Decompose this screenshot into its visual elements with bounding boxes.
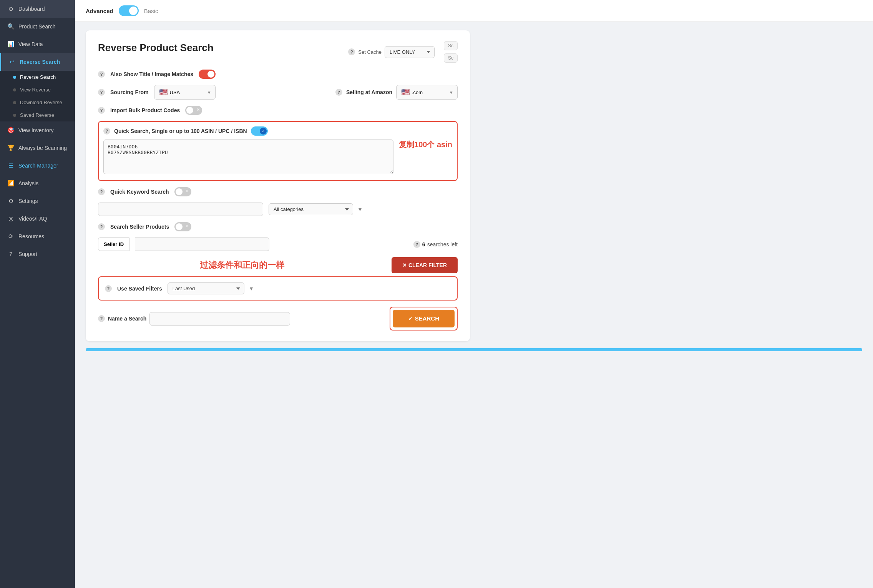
sourcing-help-icon[interactable]: ? bbox=[98, 89, 105, 96]
import-bulk-help-icon[interactable]: ? bbox=[98, 107, 105, 114]
searches-count: 6 bbox=[422, 241, 425, 247]
quick-search-toggle[interactable] bbox=[251, 126, 268, 136]
sidebar-subitem-reverse-search[interactable]: Reverse Search bbox=[0, 71, 75, 83]
sidebar-item-videos-faq[interactable]: ◎ Videos/FAQ bbox=[0, 210, 75, 228]
sidebar-item-settings[interactable]: ⚙ Settings bbox=[0, 192, 75, 210]
sourcing-flag: 🇺🇸 bbox=[159, 88, 168, 96]
sidebar-item-product-search[interactable]: 🔍 Product Search bbox=[0, 18, 75, 35]
quick-keyword-row: ? Quick Keyword Search ✕ bbox=[98, 187, 458, 196]
also-show-help-icon[interactable]: ? bbox=[98, 71, 105, 78]
sidebar-item-support[interactable]: ? Support bbox=[0, 245, 75, 262]
sourcing-row: ? Sourcing From 🇺🇸 USA ▾ ? Selling at Am… bbox=[98, 85, 458, 100]
also-show-toggle[interactable]: ✕ bbox=[199, 70, 216, 79]
selling-help-icon[interactable]: ? bbox=[335, 89, 342, 96]
trophy-icon: 🏆 bbox=[7, 145, 15, 151]
sidebar: ⊙ Dashboard 🔍 Product Search 📊 View Data… bbox=[0, 0, 75, 588]
search-button-box: ✓ SEARCH bbox=[390, 307, 458, 331]
searches-help-icon[interactable]: ? bbox=[413, 241, 420, 248]
sidebar-item-label: Settings bbox=[18, 198, 38, 204]
sidebar-item-label: Resources bbox=[18, 233, 44, 239]
subitem-label: Download Reverse bbox=[20, 100, 62, 105]
advanced-basic-toggle[interactable] bbox=[119, 5, 139, 16]
searches-left-section: ? 6 searches left bbox=[413, 241, 458, 248]
sidebar-item-label: Support bbox=[18, 251, 37, 257]
sourcing-chevron-icon: ▾ bbox=[208, 90, 211, 95]
asin-area: B004IN7DO6 B07SZW8SNBB00RBYZIPU 复制100个 a… bbox=[103, 140, 452, 176]
searches-left-label: searches left bbox=[427, 241, 458, 247]
quick-search-label: Quick Search, Single or up to 100 ASIN /… bbox=[114, 128, 247, 134]
resources-icon: ⟳ bbox=[7, 233, 15, 240]
sidebar-item-view-inventory[interactable]: 🎯 View Inventory bbox=[0, 121, 75, 139]
sidebar-item-label: Analysis bbox=[18, 180, 38, 186]
hint-sc-1: Sc bbox=[444, 41, 458, 50]
header-row: Reverse Product Search ? Set Cache LIVE … bbox=[98, 41, 458, 63]
asin-box: ? Quick Search, Single or up to 100 ASIN… bbox=[98, 121, 458, 181]
main-card: Reverse Product Search ? Set Cache LIVE … bbox=[86, 30, 470, 341]
question-icon: ? bbox=[7, 251, 15, 257]
filters-box: ? Use Saved Filters Last Used Default Cu… bbox=[98, 276, 458, 301]
quick-keyword-help-icon[interactable]: ? bbox=[98, 188, 105, 195]
sidebar-subitem-saved-reverse[interactable]: Saved Reverse bbox=[0, 109, 75, 121]
subitem-label: View Reverse bbox=[20, 87, 51, 93]
annotation-asin: 复制100个 asin bbox=[399, 140, 452, 150]
asin-textarea[interactable]: B004IN7DO6 B07SZW8SNBB00RBYZIPU bbox=[103, 140, 393, 174]
quick-keyword-label: Quick Keyword Search bbox=[110, 189, 169, 195]
sidebar-item-label: Always be Scanning bbox=[18, 145, 67, 151]
sourcing-from-label: Sourcing From bbox=[110, 89, 149, 95]
sidebar-item-reverse-search[interactable]: ↩ Reverse Search bbox=[0, 53, 75, 71]
name-search-help-icon[interactable]: ? bbox=[98, 315, 105, 322]
circle-icon: ◎ bbox=[7, 215, 15, 222]
top-bar: Advanced Basic bbox=[75, 0, 873, 22]
saved-filters-select[interactable]: Last Used Default Custom bbox=[168, 282, 244, 294]
seller-id-button[interactable]: Seller ID bbox=[98, 238, 129, 251]
keyword-input[interactable] bbox=[98, 203, 263, 216]
sidebar-item-view-data[interactable]: 📊 View Data bbox=[0, 35, 75, 53]
sidebar-item-analysis[interactable]: 📶 Analysis bbox=[0, 174, 75, 192]
sidebar-subitem-view-reverse[interactable]: View Reverse bbox=[0, 83, 75, 96]
sidebar-item-dashboard[interactable]: ⊙ Dashboard bbox=[0, 0, 75, 18]
quick-keyword-toggle[interactable]: ✕ bbox=[174, 187, 191, 196]
set-cache-help-icon[interactable]: ? bbox=[348, 48, 355, 55]
target-icon: 🎯 bbox=[7, 127, 15, 134]
sidebar-item-label: Reverse Search bbox=[20, 59, 60, 65]
sidebar-subitem-download-reverse[interactable]: Download Reverse bbox=[0, 96, 75, 109]
dot-icon bbox=[13, 101, 16, 104]
name-search-section: ? Name a Search bbox=[98, 312, 290, 326]
search-seller-help-icon[interactable]: ? bbox=[98, 223, 105, 230]
sidebar-item-search-manager[interactable]: ☰ Search Manager bbox=[0, 157, 75, 174]
selling-dropdown[interactable]: 🇺🇸 .com ▾ bbox=[396, 85, 458, 100]
import-bulk-label: Import Bulk Product Codes bbox=[110, 107, 180, 113]
hint-sc-2: Sc bbox=[444, 53, 458, 63]
also-show-row: ? Also Show Title / Image Matches ✕ bbox=[98, 70, 458, 79]
basic-label: Basic bbox=[144, 8, 158, 14]
import-bulk-toggle[interactable]: ✕ bbox=[185, 106, 202, 115]
set-cache-label: Set Cache bbox=[358, 49, 382, 55]
sidebar-item-resources[interactable]: ⟳ Resources bbox=[0, 228, 75, 245]
seller-id-row: Seller ID ? 6 searches left bbox=[98, 238, 458, 251]
saved-filters-help-icon[interactable]: ? bbox=[105, 285, 112, 292]
asin-box-header: ? Quick Search, Single or up to 100 ASIN… bbox=[103, 126, 452, 136]
categories-select[interactable]: All categories bbox=[269, 203, 353, 215]
name-search-input[interactable] bbox=[149, 312, 290, 326]
subitem-label: Reverse Search bbox=[20, 74, 56, 80]
sourcing-dropdown[interactable]: 🇺🇸 USA ▾ bbox=[154, 85, 216, 100]
filter-annotation-row: 过滤条件和正向的一样 ✕ CLEAR FILTER bbox=[98, 257, 458, 273]
name-search-label: Name a Search bbox=[108, 316, 146, 322]
search-icon: 🔍 bbox=[7, 23, 15, 30]
sourcing-country: USA bbox=[170, 90, 180, 95]
asin-textarea-wrapper: B004IN7DO6 B07SZW8SNBB00RBYZIPU bbox=[103, 140, 393, 176]
cache-select[interactable]: LIVE ONLY Cache + Live Cache Only bbox=[385, 46, 435, 58]
search-seller-toggle[interactable]: ✕ bbox=[174, 222, 191, 231]
search-button[interactable]: ✓ SEARCH bbox=[393, 310, 455, 327]
seller-id-input[interactable] bbox=[135, 238, 269, 251]
bar-icon: 📶 bbox=[7, 180, 15, 187]
reverse-search-subitems: Reverse Search View Reverse Download Rev… bbox=[0, 71, 75, 121]
sidebar-item-always-scanning[interactable]: 🏆 Always be Scanning bbox=[0, 139, 75, 157]
right-panel-hints: Sc Sc bbox=[444, 41, 458, 63]
saved-filters-chevron-icon: ▾ bbox=[250, 285, 253, 292]
quick-search-help-icon[interactable]: ? bbox=[103, 128, 110, 135]
chart-icon: 📊 bbox=[7, 41, 15, 48]
bottom-bar bbox=[86, 348, 862, 351]
dot-icon bbox=[13, 76, 16, 79]
clear-filter-button[interactable]: ✕ CLEAR FILTER bbox=[392, 257, 458, 273]
